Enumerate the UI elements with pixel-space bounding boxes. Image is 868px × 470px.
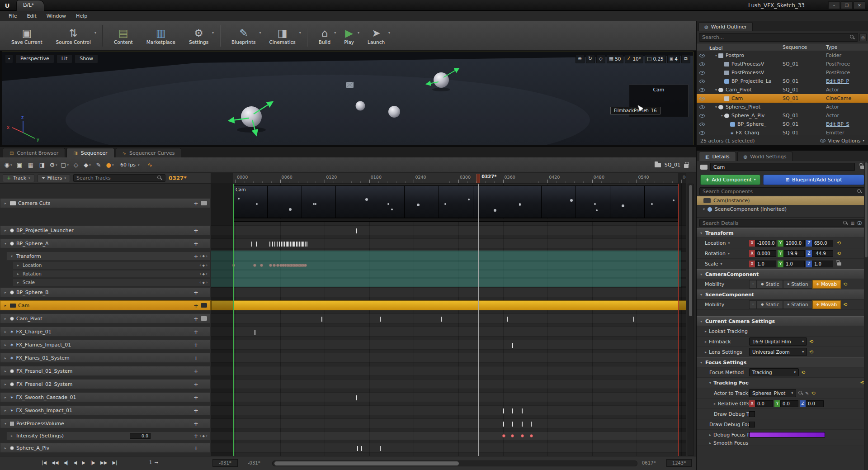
tab-sequencer[interactable]: ◨Sequencer <box>66 148 114 157</box>
outliner-settings-button[interactable]: ◎ <box>859 33 867 41</box>
add-section-button[interactable]: + <box>193 227 198 234</box>
add-section-button[interactable]: + <box>193 253 198 260</box>
keyframe[interactable] <box>288 242 289 247</box>
rotation-x[interactable]: 0.000 <box>755 250 776 257</box>
fps-dropdown[interactable]: 60 fps▾ <box>116 162 144 168</box>
transport-[interactable]: ◀| <box>63 460 68 465</box>
transport-[interactable]: ◀ <box>74 460 77 465</box>
keyframe[interactable] <box>294 242 295 247</box>
keyframe[interactable] <box>531 422 532 427</box>
lane-cam-pivot[interactable] <box>211 313 686 323</box>
visibility-eye-icon[interactable] <box>699 71 705 75</box>
camera-speed-toggle[interactable]: ▣4 <box>667 54 680 63</box>
visibility-eye-icon[interactable] <box>699 97 705 100</box>
track-row-fx-flames-impact-01[interactable]: ▸✶FX_Flames_Impact_01+ <box>0 340 211 350</box>
current-time-display[interactable]: 0327* <box>169 175 187 181</box>
scale-x[interactable]: 1.0 <box>755 261 776 267</box>
track-row-intensity-settings[interactable]: ▸Intensity (Settings)0.0+‹◆› <box>6 432 211 440</box>
track-row-fx-fresnel-02-system[interactable]: ▸FX_Fresnel_02_System+ <box>0 379 211 389</box>
scale-snap-toggle[interactable]: □0.25 <box>645 54 666 63</box>
dropdown-caret-icon[interactable]: ▾ <box>259 31 261 35</box>
sequence-breadcrumb[interactable]: SQ_01 <box>665 162 680 168</box>
add-section-button[interactable]: + <box>193 394 198 401</box>
keyframe[interactable] <box>255 330 255 335</box>
tab-details[interactable]: ◧Details <box>699 152 736 161</box>
toolbar-launch[interactable]: ➤▾Launch <box>361 23 392 49</box>
smooth-focus-row[interactable]: ▸Smooth Focus Chan <box>697 440 868 446</box>
local-space-icon[interactable]: ◇ <box>596 54 605 63</box>
scrollbar-thumb[interactable] <box>865 162 868 257</box>
reset-to-default-icon[interactable]: ⟲ <box>809 339 813 345</box>
tracking-focus-header[interactable]: ▾Tracking Focus Sett ⟲ <box>697 378 868 388</box>
camera-toggle-icon[interactable] <box>201 201 207 205</box>
loop-control[interactable]: 1→ <box>149 460 158 465</box>
keyframe[interactable] <box>279 242 280 247</box>
track-row-cam[interactable]: ▸Cam+ <box>0 300 211 310</box>
lane-cam[interactable] <box>211 300 686 310</box>
dropdown-caret-icon[interactable]: ▾ <box>334 31 336 35</box>
playhead-line[interactable] <box>478 184 479 456</box>
filters-button[interactable]: Filters▾ <box>38 174 71 182</box>
add-section-button[interactable]: + <box>193 420 198 427</box>
focus-method-dropdown[interactable]: Tracking▾ <box>749 368 799 376</box>
lane-postprocessvolume[interactable] <box>211 418 686 428</box>
location-label[interactable]: Location▾ <box>697 240 749 246</box>
add-track-button[interactable]: +Track▾ <box>3 174 34 182</box>
keyframe[interactable] <box>356 228 357 233</box>
tab-world-outliner[interactable]: ◍World Outliner <box>698 22 753 31</box>
location-x[interactable]: -1000.0 <box>755 240 776 247</box>
toolbar-blueprints[interactable]: ✎▾Blueprints <box>225 23 262 49</box>
toolbar-source-control[interactable]: ⇅▾Source Control <box>49 23 98 49</box>
scale-z[interactable]: 1.0 <box>812 261 833 267</box>
rotation-z[interactable]: -44.9 <box>812 250 833 257</box>
lit-button[interactable]: Lit <box>57 54 73 63</box>
keyframe[interactable] <box>512 422 513 427</box>
search-tracks-input[interactable]: Search Tracks <box>73 174 165 182</box>
reset-to-default-icon[interactable]: ⟲ <box>843 281 847 287</box>
lens-dropdown[interactable]: Universal Zoom▾ <box>749 348 807 356</box>
draw-debug-focus-checkbox[interactable] <box>749 422 755 427</box>
camera-toggle-icon[interactable] <box>201 303 207 308</box>
timeline-ruler[interactable]: 0000006001200180024003000360042004800540… <box>211 173 686 184</box>
viewport-options-caret[interactable]: ▾ <box>5 54 13 63</box>
keyframe-nav-controls[interactable]: ‹◆› <box>199 254 208 258</box>
tab-content-browser[interactable]: ▤Content Browser <box>3 148 65 157</box>
visibility-eye-icon[interactable] <box>699 54 705 57</box>
location-y[interactable]: 1000.0 <box>783 240 805 247</box>
reset-to-default-icon[interactable]: ⟲ <box>843 302 847 308</box>
level-tab[interactable]: LVL* <box>16 0 44 11</box>
visibility-eye-icon[interactable] <box>699 131 705 135</box>
mobility-static[interactable]: ●Static <box>757 300 783 309</box>
location-z[interactable]: 650.0 <box>812 240 833 247</box>
scale-lock-icon[interactable] <box>837 262 841 266</box>
toolbar-marketplace[interactable]: ▥Marketplace <box>140 23 182 49</box>
toolbar-play[interactable]: ▶▾Play <box>337 23 361 49</box>
transform-section-header[interactable]: ▾Transform <box>697 228 868 238</box>
lane-sphere-a-piv[interactable] <box>211 443 686 453</box>
lane-fx-swoosh-cascade-01[interactable] <box>211 392 686 402</box>
add-section-button[interactable]: + <box>193 432 198 439</box>
outliner-type[interactable]: Edit BP_S <box>826 121 867 127</box>
maximize-button[interactable]: ❐ <box>841 1 853 9</box>
keyframe[interactable] <box>287 242 288 247</box>
sequencer-options-icon[interactable]: ◉▾ <box>3 160 13 171</box>
view-options-button[interactable]: View Options▾ <box>820 138 864 144</box>
keyframe[interactable] <box>321 317 322 322</box>
outliner-row-cam[interactable]: CamSQ_01CineCame <box>697 94 868 103</box>
track-row-postprocessvolume[interactable]: ▾PostProcessVolume+ <box>0 418 211 428</box>
reset-to-default-icon[interactable]: ⟲ <box>837 251 841 256</box>
add-section-button[interactable]: + <box>193 407 198 414</box>
camera-cuts-filmstrip[interactable] <box>233 185 679 218</box>
track-row-camera-cuts[interactable]: ▸Camera Cuts+ <box>0 198 211 208</box>
keyframe[interactable] <box>512 408 513 413</box>
visibility-eye-icon[interactable] <box>699 105 705 109</box>
reset-to-default-icon[interactable]: ⟲ <box>801 370 805 375</box>
mobility-stationary[interactable]: ▪Station <box>783 280 812 289</box>
dropdown-caret-icon[interactable]: ▾ <box>299 31 301 35</box>
details-scrollbar[interactable] <box>864 161 868 470</box>
visibility-eye-icon[interactable] <box>699 114 705 118</box>
scale-y[interactable]: 1.0 <box>783 261 805 267</box>
track-row-fx-flares-01-system[interactable]: ▸✶FX_Flares_01_System+ <box>0 353 211 363</box>
render-movie-icon[interactable]: ◨ <box>37 160 47 171</box>
keyframe-nav-controls[interactable]: ‹◆› <box>199 272 208 276</box>
